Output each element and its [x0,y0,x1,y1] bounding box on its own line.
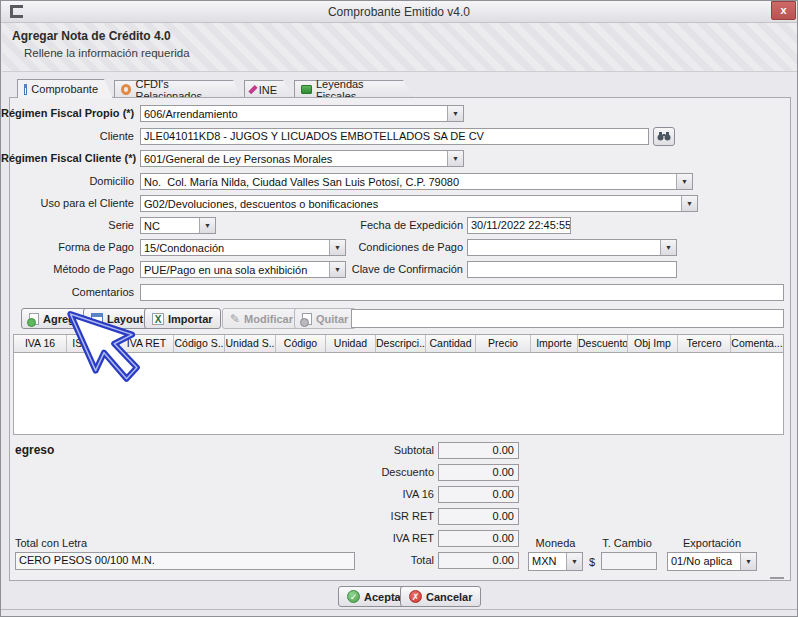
layout-button[interactable]: Layout [83,308,151,329]
clave-confirmacion-input[interactable] [467,261,677,278]
add-item-icon [29,313,39,325]
concept-search-input[interactable] [351,309,784,328]
isr-ret-label: ISR RET [334,508,434,525]
iva16-value: 0.00 [438,486,519,503]
serie-select[interactable]: NC ▼ [140,217,216,234]
column-header[interactable]: Unidad [326,335,376,353]
tab-cfdis-relacionados[interactable]: CFDI's Relacionados [114,80,242,98]
regimen-cliente-select[interactable]: 601/General de Ley Personas Morales ▼ [140,150,464,167]
uso-cliente-label: Uso para el Cliente [1,195,134,212]
chevron-down-icon[interactable]: ▼ [447,151,463,166]
chevron-down-icon[interactable]: ▼ [199,218,215,233]
tab-label: INE [259,84,277,96]
resize-grip[interactable] [770,575,784,579]
metodo-pago-label: Método de Pago [1,261,134,278]
cancel-icon: ✗ [409,590,422,603]
comentarios-input[interactable] [140,284,784,301]
chevron-down-icon[interactable]: ▼ [740,553,756,570]
regimen-cliente-label: Régimen Fiscal Cliente (*) [1,150,134,167]
quitar-button[interactable]: Quitar [294,308,356,329]
binoculars-icon [657,131,671,142]
remove-item-icon [302,313,312,325]
t-cambio-input[interactable] [601,552,657,570]
domicilio-select[interactable]: No. Col. María Nilda, Ciudad Valles San … [140,173,693,190]
regimen-propio-label: Régimen Fiscal Propio (*) [1,105,134,122]
regimen-cliente-value: 601/General de Ley Personas Morales [144,152,445,166]
chevron-down-icon[interactable]: ▼ [660,240,676,255]
condiciones-pago-label: Condiciones de Pago [331,239,463,256]
domicilio-label: Domicilio [1,173,134,190]
column-header[interactable]: Unidad S.. [225,335,276,353]
metodo-pago-value: PUE/Pago en una sola exhibición [144,263,327,277]
subtotal-value: 0.00 [438,442,519,459]
column-header[interactable]: Comenta... [731,335,783,353]
chevron-down-icon[interactable]: ▼ [681,196,697,211]
regimen-propio-value: 606/Arrendamiento [144,107,445,121]
total-value: 0.00 [438,552,519,569]
column-header[interactable]: Código S.. [174,335,225,353]
isr-ret-value: 0.00 [438,508,519,525]
layout-label: Layout [107,313,143,325]
cliente-input[interactable]: JLE041011KD8 - JUGOS Y LICUADOS EMBOTELL… [140,128,649,145]
modificar-button[interactable]: ✎ Modificar [222,308,301,329]
cancelar-label: Cancelar [426,591,472,603]
iva-ret-value: 0.00 [438,530,519,547]
regimen-propio-select[interactable]: 606/Arrendamiento ▼ [140,105,464,122]
moneda-select[interactable]: MXN ▼ [528,552,583,571]
close-button[interactable]: x [771,1,796,20]
header-subtitle: Rellene la información requerida [24,47,190,59]
condiciones-pago-select[interactable]: ▼ [467,239,677,256]
window-title: Comprobante Emitido v4.0 [1,5,797,19]
moneda-value: MXN [532,554,564,568]
column-header[interactable]: Cantidad [426,335,476,353]
column-header[interactable]: Importe [531,335,578,353]
importar-label: Importar [168,313,213,325]
column-header[interactable]: Código [276,335,326,353]
column-header[interactable]: Precio [476,335,531,353]
total-con-letra-value: CERO PESOS 00/100 M.N. [15,552,355,570]
chevron-down-icon[interactable]: ▼ [447,106,463,121]
forma-pago-label: Forma de Pago [1,239,134,256]
tab-comprobante[interactable]: Comprobante [17,79,113,98]
uso-cliente-select[interactable]: G02/Devoluciones, descuentos o bonificac… [140,195,698,212]
iva16-label: IVA 16 [334,486,434,503]
importar-button[interactable]: X Importar [144,308,221,329]
diamond-icon [248,85,257,94]
column-header[interactable]: Descuento [578,335,628,353]
cancelar-button[interactable]: ✗ Cancelar [400,586,481,607]
layout-icon [91,313,103,324]
descuento-label: Descuento [334,464,434,481]
tab-ine[interactable]: INE [244,80,292,98]
column-header[interactable]: IVA RET [120,335,174,353]
fecha-expedicion-label: Fecha de Expedición [331,217,463,234]
column-header[interactable]: ISR RET [67,335,120,353]
title-bar: Comprobante Emitido v4.0 x [1,1,797,23]
column-header[interactable]: Descripci... [376,335,426,353]
currency-prefix: $ [589,554,597,571]
metodo-pago-select[interactable]: PUE/Pago en una sola exhibición ▼ [140,261,346,278]
exportacion-select[interactable]: 01/No aplica ▼ [667,552,757,571]
dialog-window: Comprobante Emitido v4.0 x Agregar Nota … [0,0,798,617]
header-banner: Agregar Nota de Crédito 4.0 Rellene la i… [2,23,798,72]
forma-pago-select[interactable]: 15/Condonación ▼ [140,239,346,256]
items-table[interactable]: IVA 16 ISR RET IVA RET Código S.. Unidad… [13,334,784,435]
column-header[interactable]: IVA 16 [14,335,67,353]
tab-leyendas-fiscales[interactable]: Leyendas Fiscales [294,80,412,98]
serie-value: NC [144,219,197,233]
iva-ret-label: IVA RET [334,530,434,547]
subtotal-label: Subtotal [334,442,434,459]
column-header[interactable]: Obj Imp [628,335,678,353]
search-client-button[interactable] [653,127,675,146]
clave-confirmacion-label: Clave de Confirmación [331,261,463,278]
domicilio-value: No. Col. María Nilda, Ciudad Valles San … [144,175,674,189]
chevron-down-icon[interactable]: ▼ [566,553,582,570]
pencil-icon: ✎ [230,313,240,325]
serie-label: Serie [1,217,134,234]
bottom-divider [1,609,797,610]
fecha-expedicion-input[interactable]: 30/11/2022 22:45:55 [467,217,571,234]
uso-cliente-value: G02/Devoluciones, descuentos o bonificac… [144,197,679,211]
comentarios-label: Comentarios [1,284,134,301]
column-header[interactable]: Tercero [678,335,731,353]
excel-icon: X [152,313,164,325]
chevron-down-icon[interactable]: ▼ [676,174,692,189]
